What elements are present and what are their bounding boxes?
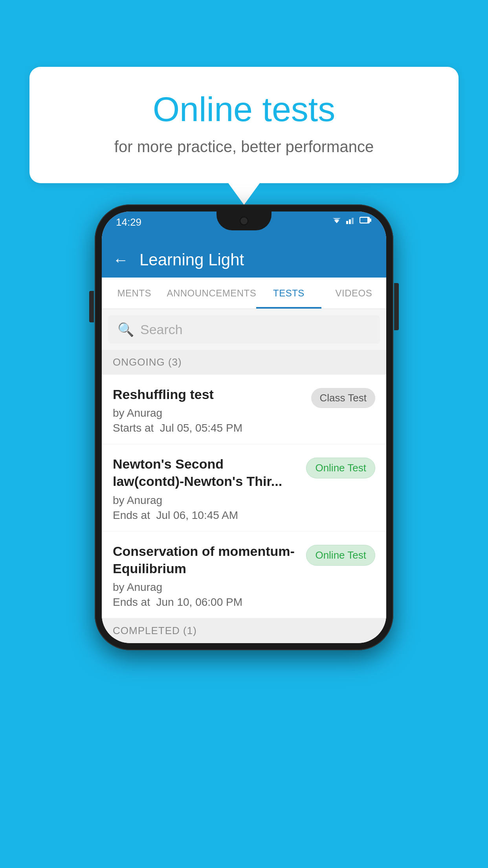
test-item[interactable]: Newton's Second law(contd)-Newton's Thir… [102,444,386,531]
test-date: Ends at Jul 06, 10:45 AM [113,509,298,522]
search-placeholder: Search [140,322,183,337]
test-info: Reshuffling test by Anurag Starts at Jul… [113,386,303,434]
test-info: Conservation of momentum-Equilibrium by … [113,542,298,609]
test-author: by Anurag [113,581,298,594]
wifi-icon [331,216,342,224]
signal-icon [346,216,356,224]
badge-online-test: Online Test [306,545,375,566]
status-bar: 14:29 [102,211,386,242]
tab-ments[interactable]: MENTS [102,278,167,309]
badge-online-test: Online Test [306,458,375,478]
app-header: ← Learning Light [102,242,386,278]
phone-mockup: 14:29 [95,204,393,650]
search-icon: 🔍 [117,322,134,337]
test-author: by Anurag [113,407,303,419]
test-item[interactable]: Reshuffling test by Anurag Starts at Jul… [102,375,386,444]
test-date: Ends at Jun 10, 06:00 PM [113,596,298,609]
battery-icon [360,216,372,224]
test-name: Reshuffling test [113,386,303,403]
tab-bar: MENTS ANNOUNCEMENTS TESTS VIDEOS [102,278,386,309]
notch-cutout [216,211,272,230]
test-date: Starts at Jul 05, 05:45 PM [113,422,303,434]
status-icons [331,216,372,224]
ongoing-section-header: ONGOING (3) [102,350,386,375]
status-time: 14:29 [116,216,141,228]
svg-rect-7 [370,219,371,222]
test-name: Conservation of momentum-Equilibrium [113,542,298,577]
tab-videos[interactable]: VIDEOS [321,278,386,309]
badge-class-test: Class Test [311,388,375,408]
test-item[interactable]: Conservation of momentum-Equilibrium by … [102,531,386,618]
bubble-title: Online tests [49,90,439,129]
test-name: Newton's Second law(contd)-Newton's Thir… [113,455,298,490]
back-button[interactable]: ← [113,252,128,268]
app-title: Learning Light [139,250,244,269]
promo-bubble: Online tests for more practice, better p… [29,67,459,183]
camera-dot [240,217,248,225]
phone-outer: 14:29 [95,204,393,650]
test-info: Newton's Second law(contd)-Newton's Thir… [113,455,298,521]
svg-rect-6 [360,218,367,223]
svg-rect-4 [352,218,354,224]
phone-screen: 14:29 [102,211,386,643]
tab-announcements[interactable]: ANNOUNCEMENTS [167,278,256,309]
search-bar[interactable]: 🔍 Search [108,315,380,344]
bubble-subtitle: for more practice, better performance [49,138,439,156]
completed-section-header: COMPLETED (1) [102,618,386,643]
test-list: Reshuffling test by Anurag Starts at Jul… [102,375,386,618]
svg-marker-1 [333,218,341,221]
svg-rect-3 [349,219,351,224]
test-author: by Anurag [113,494,298,507]
tab-tests[interactable]: TESTS [256,278,321,309]
svg-rect-2 [346,221,348,224]
